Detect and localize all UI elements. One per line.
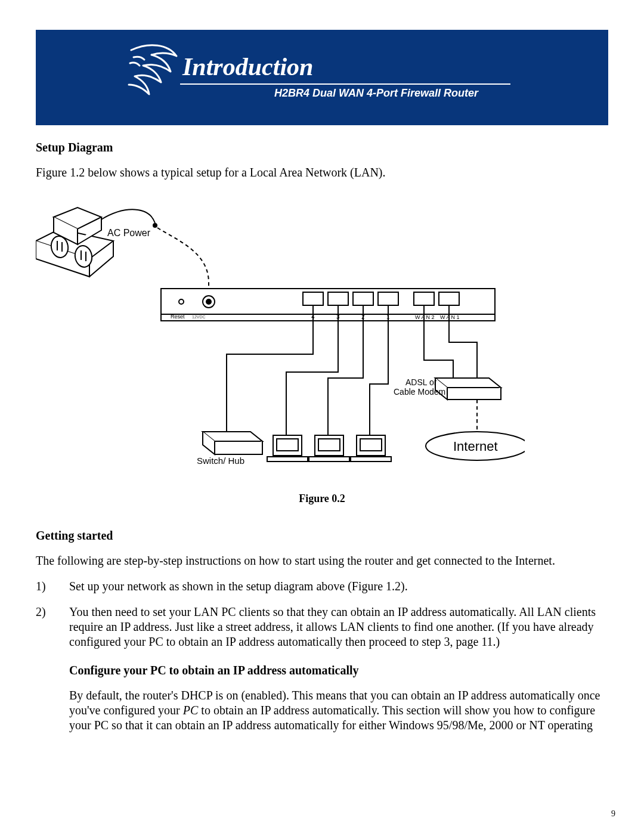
ac-power-label: AC Power xyxy=(107,228,151,238)
svg-rect-22 xyxy=(318,439,340,451)
getting-started-intro: The following are step-by-step instructi… xyxy=(36,553,608,568)
page: Introduction H2BR4 Dual WAN 4-Port Firew… xyxy=(0,0,644,833)
setup-diagram-heading: Setup Diagram xyxy=(36,141,608,154)
svg-rect-20 xyxy=(267,457,308,462)
svg-rect-26 xyxy=(351,457,391,462)
pc-icon xyxy=(267,435,308,462)
volts-label: 12VDC xyxy=(192,315,206,319)
svg-rect-12 xyxy=(303,292,323,305)
svg-rect-17 xyxy=(439,292,459,305)
wan1-label: W A N 1 xyxy=(440,314,460,320)
reset-label: Reset xyxy=(171,314,185,320)
step-number: 1) xyxy=(36,579,69,594)
pc-icon xyxy=(309,435,349,462)
cable-port4-icon xyxy=(227,305,313,432)
getting-started-heading: Getting started xyxy=(36,529,608,543)
svg-rect-23 xyxy=(309,457,349,462)
svg-rect-16 xyxy=(414,292,434,305)
ac-cable-icon xyxy=(101,209,155,223)
svg-point-11 xyxy=(206,299,211,304)
svg-point-6 xyxy=(153,223,157,228)
banner-subtitle: H2BR4 Dual WAN 4-Port Firewall Router xyxy=(274,87,478,100)
svg-rect-25 xyxy=(360,439,382,451)
steps-list: 1) Set up your network as shown in the s… xyxy=(36,579,608,649)
configure-pc-heading: Configure your PC to obtain an IP addres… xyxy=(69,664,608,677)
pc-icon xyxy=(351,435,391,462)
banner-title: Introduction xyxy=(182,52,313,81)
svg-rect-19 xyxy=(277,439,298,451)
step-item: 1) Set up your network as shown in the s… xyxy=(36,579,608,594)
setup-diagram-text: Figure 1.2 below shows a typical setup f… xyxy=(36,165,608,180)
switch-hub-icon xyxy=(203,432,262,454)
step-number: 2) xyxy=(36,605,69,649)
svg-rect-13 xyxy=(328,292,348,305)
banner-rule xyxy=(180,83,510,85)
cable-port3-icon xyxy=(286,305,338,438)
modem-label-1: ADSL or xyxy=(405,377,437,387)
hawk-logo-icon xyxy=(125,39,182,117)
step-text: Set up your network as shown in the setu… xyxy=(69,579,608,594)
switch-hub-label: Switch/ Hub xyxy=(197,456,244,466)
figure-caption: Figure 0.2 xyxy=(36,493,608,505)
configure-pc-text: By default, the router's DHCP is on (ena… xyxy=(69,688,608,733)
ac-cable-dashed-icon xyxy=(157,228,209,295)
wan2-label: W A N 2 xyxy=(415,314,435,320)
svg-rect-14 xyxy=(353,292,373,305)
modem-label-2: Cable Modem xyxy=(394,387,445,397)
svg-rect-15 xyxy=(378,292,398,305)
internet-label: Internet xyxy=(453,439,498,454)
setup-diagram: AC Power Reset 12VDC 4 3 xyxy=(36,199,608,482)
header-banner: Introduction H2BR4 Dual WAN 4-Port Firew… xyxy=(36,30,608,125)
configure-pc-text-em: PC xyxy=(183,704,199,717)
cable-port1-icon xyxy=(370,305,388,438)
step-item: 2) You then need to set your LAN PC clie… xyxy=(36,605,608,649)
step-text: You then need to set your LAN PC clients… xyxy=(69,605,608,649)
page-number: 9 xyxy=(611,809,615,819)
